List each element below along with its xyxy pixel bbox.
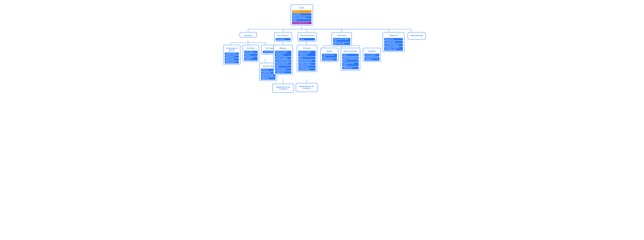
rep-all-dots: ···: [297, 84, 316, 85]
parent-area-node: ··· Parent Area Introduction to Family A…: [332, 32, 352, 46]
ethos-title: Our Ethos: [244, 47, 258, 49]
blackley-item-2: Facilities Imagery: [275, 57, 291, 59]
ethos-item-3: Outstanding Practise: [244, 56, 258, 61]
socials-node: ··· Socials Facebook Group Link Instagra…: [320, 48, 338, 62]
faqs-dots: ···: [342, 49, 359, 50]
feedback-item-1: Survey Results: [364, 54, 379, 56]
home-title: Home: [292, 7, 312, 9]
blackley-item-6: Contact Details: [275, 68, 291, 71]
join-item-3: Staff Testimonials: [261, 74, 276, 77]
shop-title: Shop (Optional): [409, 34, 424, 36]
faqs-item-4: Submit Leaving Notice: [342, 62, 359, 66]
contact-item-3: Live Chat (Optional): [384, 44, 403, 46]
rep-loc-title: (Replicated for all Locations): [274, 86, 292, 90]
blackley-dots: ···: [275, 46, 291, 47]
contact-item-1: Contact Form: [384, 38, 403, 40]
join-item-4: Staff Perks: [261, 77, 276, 80]
find-title: Find a Nursery: [276, 34, 290, 36]
faqs-node: ··· FAQ's and Admin FAQ's GDPR/ Safegaur…: [341, 48, 360, 70]
stc-item-3: Parent Testimonial: [298, 60, 316, 62]
socials-item-1: Facebook Group Link: [322, 54, 337, 58]
after-item-1: About: [299, 38, 315, 40]
st-clares-node: ··· St Clare's Head Of Location Headshot…: [297, 45, 317, 72]
stc-item-1: Head Of Location Headshot and Testimonia…: [298, 51, 316, 57]
home-item-ofsted: Ofsted Outstanding: [292, 16, 312, 18]
faqs-item-2: GDPR/ Safegaurding: [342, 57, 359, 59]
rep-loc-dots: ···: [274, 85, 292, 86]
contact-title: Contact Us: [384, 34, 403, 36]
test-item-1: Google Reviews: [225, 52, 239, 55]
contact-item-2: Contact Details: [384, 41, 403, 43]
contact-us-node: ··· Contact Us Contact Form Contact Deta…: [383, 32, 404, 52]
feedback-title: Feedback: [364, 50, 379, 52]
faqs-title: FAQ's and Admin: [342, 50, 359, 52]
feedback-item-2: Submit Anonymous Feedback: [364, 57, 379, 61]
find-item-1: Overall Map: [276, 38, 290, 40]
faqs-item-1: FAQ's: [342, 54, 359, 56]
blackley-node: ··· Blackley Head Of Location Headshot a…: [273, 45, 293, 75]
home-item-brochure: Downloadable Brochure: [292, 22, 312, 24]
test-item-4: Offsted Review: [225, 61, 239, 64]
parent-dots: ···: [333, 33, 350, 34]
about-title: About Us: [241, 34, 255, 36]
test-item-3: Testimonials: [225, 58, 239, 61]
stc-item-6: Contact Details: [298, 68, 316, 71]
after-title: After School Club: [299, 34, 315, 36]
blackley-item-7: Contact form: [275, 71, 291, 74]
feedback-node: ··· Feedback Survey Results Submit Anony…: [363, 48, 381, 62]
stc-dots: ···: [298, 46, 316, 47]
our-ethos-node: ··· Our Ethos Core Values Nutrition Outs…: [242, 45, 259, 62]
blackley-item-1: Head Of Location Headshot and Testimonia…: [275, 51, 291, 57]
testimonials-node: ··· Testimonials & Awards Google Reviews…: [223, 45, 240, 65]
find-nursery-node: ··· Find a Nursery Overall Map: [274, 32, 292, 42]
parent-item-2: Day In The Life: [333, 42, 350, 45]
blackley-title: Blackley: [275, 47, 291, 49]
socials-title: Socials: [322, 50, 337, 52]
stc-title: St Clare's: [298, 47, 316, 49]
contact-item-4: Instagram, Facebook and Twitter Links: [384, 46, 403, 51]
about-us-node: ··· About Us: [240, 32, 257, 37]
contact-dots: ···: [384, 33, 403, 34]
stc-item-5: Contact Form: [298, 65, 316, 68]
faqs-item-5: Ofsted Report: [342, 67, 359, 69]
parent-title: Parent Area: [333, 34, 350, 36]
test-item-2: Daynurseries: [225, 55, 239, 58]
after-dots: ···: [299, 33, 315, 34]
shop-node: ··· Shop (Optional): [408, 32, 426, 40]
blackley-item-4: Parent Testimonial: [275, 63, 291, 65]
find-dots: ···: [276, 33, 290, 34]
replicated-all-node: ··· (Replicated For All Locations): [296, 83, 318, 92]
shop-dots: ···: [409, 33, 424, 34]
ethos-item-2: Nutrition: [244, 54, 258, 56]
blackley-item-5: Map: [275, 65, 291, 68]
home-item-intro: Introduction: [292, 13, 312, 16]
ethos-item-1: Core Values: [244, 51, 258, 53]
testimonials-title: Testimonials & Awards: [225, 47, 239, 51]
testimonials-dots: ···: [225, 46, 239, 47]
stc-item-4: Facilities Imagery: [298, 63, 316, 65]
home-node: ··· Home Welcome Introduction Ofsted Out…: [290, 4, 313, 25]
blackley-item-3: Day Nursery Review: [275, 60, 291, 62]
socials-item-2: Instagram Feed: [322, 58, 337, 61]
after-school-node: ··· After School Club About: [298, 32, 316, 42]
about-dots: ···: [241, 33, 255, 34]
parent-item-1: Introduction to Family App: [333, 38, 350, 42]
feedback-dots: ···: [364, 49, 379, 50]
socials-dots: ···: [322, 49, 337, 50]
stc-item-2: Map: [298, 57, 316, 59]
ethos-dots: ···: [244, 46, 258, 47]
home-dots: ···: [292, 5, 312, 7]
faqs-item-3: Fees: [342, 59, 359, 62]
home-item-video: Video: [292, 19, 312, 21]
replicated-locations-node: ··· (Replicated for all Locations): [272, 84, 294, 93]
rep-all-title: (Replicated For All Locations): [297, 85, 316, 89]
home-item-welcome: Welcome: [292, 10, 312, 13]
